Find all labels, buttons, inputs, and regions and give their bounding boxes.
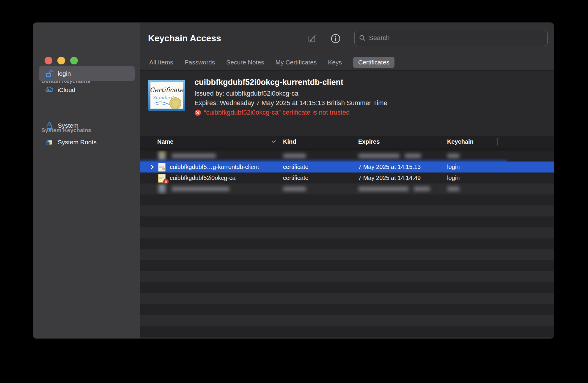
cell-expires: 7 May 2025 at 14:14:49 xyxy=(358,172,421,183)
certificate-detail-pane: Certificate Standard cuibbfkgdubf52i0okc… xyxy=(140,70,554,136)
search-input[interactable] xyxy=(369,34,543,42)
redacted-text xyxy=(283,186,306,191)
not-trusted-icon xyxy=(194,109,201,116)
info-button[interactable] xyxy=(330,33,341,44)
cell-expires: 7 May 2025 at 14:15:13 xyxy=(358,162,421,172)
tab-my-certificates[interactable]: My Certificates xyxy=(275,59,317,66)
redacted-text xyxy=(405,153,421,158)
sidebar-item-label: login xyxy=(58,70,71,77)
svg-text:Certificate: Certificate xyxy=(150,86,184,94)
column-header-expires[interactable]: Expires xyxy=(358,136,380,148)
empty-row xyxy=(140,260,554,271)
category-tabs: All Items Passwords Secure Notes My Cert… xyxy=(140,54,554,70)
empty-row xyxy=(140,216,554,227)
column-header-kind[interactable]: Kind xyxy=(283,136,296,148)
trust-warning-text: “cuibbfkgdubf52i0okcg-ca” certificate is… xyxy=(204,109,350,116)
redacted-text xyxy=(358,153,400,158)
empty-row xyxy=(140,249,554,260)
empty-row xyxy=(140,293,554,304)
empty-row xyxy=(140,304,554,315)
redacted-text xyxy=(172,186,229,191)
table-row-kurrentdb-client[interactable]: cuibbfkgdubf5…g-kurrentdb-client certifi… xyxy=(140,162,554,172)
close-window-button[interactable] xyxy=(45,57,52,64)
redacted-text xyxy=(283,153,306,158)
empty-row xyxy=(140,337,554,338)
redacted-text xyxy=(414,186,430,191)
sidebar-item-system-roots[interactable]: System Roots xyxy=(39,134,135,150)
sidebar-item-login[interactable]: login xyxy=(39,66,135,81)
redacted-icon xyxy=(158,184,166,193)
certificate-icon xyxy=(158,163,166,172)
empty-row xyxy=(140,194,554,205)
sidebar-item-label: System Roots xyxy=(58,139,97,146)
tab-secure-notes[interactable]: Secure Notes xyxy=(226,59,264,66)
icloud-keychain-icon xyxy=(45,86,54,94)
redacted-text xyxy=(447,153,460,158)
empty-row xyxy=(140,282,554,293)
sidebar-item-system[interactable]: System xyxy=(39,118,135,133)
table-header-gap xyxy=(140,148,554,151)
tab-passwords[interactable]: Passwords xyxy=(185,59,215,66)
cell-kind: certificate xyxy=(283,172,309,183)
sort-chevron-down-icon xyxy=(271,140,276,143)
column-divider[interactable] xyxy=(443,138,443,145)
trust-warning: “cuibbfkgdubf52i0okcg-ca” certificate is… xyxy=(194,109,350,116)
certificate-artwork: Certificate Standard xyxy=(148,80,185,112)
redacted-text xyxy=(447,186,460,191)
certificate-list: cuibbfkgdubf5…g-kurrentdb-client certifi… xyxy=(140,151,554,338)
table-row-kurrentdb-ca[interactable]: cuibbfkgdubf52i0okcg-ca certificate 7 Ma… xyxy=(140,172,554,183)
empty-row xyxy=(140,227,554,238)
window-controls xyxy=(45,57,78,64)
redacted-text xyxy=(358,186,409,191)
tab-certificates[interactable]: Certificates xyxy=(353,57,394,68)
search-icon xyxy=(359,34,366,42)
lock-box-icon xyxy=(45,138,54,147)
certificate-name: cuibbfkgdubf52i0okcg-kurrentdb-client xyxy=(194,78,343,87)
column-header-name[interactable]: Name xyxy=(157,136,173,148)
empty-row xyxy=(140,315,554,326)
tab-keys[interactable]: Keys xyxy=(328,59,342,66)
table-row-redacted[interactable] xyxy=(140,183,554,194)
certificate-expiry: Expires: Wednesday 7 May 2025 at 14:15:1… xyxy=(194,99,387,107)
main-pane: Keychain Access xyxy=(140,23,554,338)
sidebar: Default Keychains login iCloud System Ke… xyxy=(33,23,140,338)
locked-padlock-icon xyxy=(45,121,54,130)
cell-keychain: login xyxy=(447,172,460,183)
cell-kind: certificate xyxy=(283,162,309,172)
column-header-keychain[interactable]: Keychain xyxy=(447,136,474,148)
sidebar-item-label: System xyxy=(58,122,78,129)
column-divider[interactable] xyxy=(278,138,278,145)
cell-name: cuibbfkgdubf5…g-kurrentdb-client xyxy=(170,162,259,172)
certificate-issuer: Issued by: cuibbfkgdubf52i0okcg-ca xyxy=(194,90,298,97)
disclosure-chevron-icon[interactable] xyxy=(150,164,154,170)
empty-row xyxy=(140,326,554,337)
sidebar-item-label: iCloud xyxy=(58,86,76,94)
table-header: Name Kind Expires Keychain xyxy=(140,136,554,148)
search-field[interactable] xyxy=(354,30,548,46)
new-item-button[interactable] xyxy=(307,33,317,44)
toolbar: Keychain Access xyxy=(140,23,554,54)
empty-row xyxy=(140,271,554,282)
unlocked-padlock-icon xyxy=(45,69,54,78)
zoom-window-button[interactable] xyxy=(70,57,78,64)
sidebar-item-icloud[interactable]: iCloud xyxy=(39,82,135,98)
column-divider[interactable] xyxy=(353,138,353,145)
column-divider[interactable] xyxy=(497,138,498,145)
empty-row xyxy=(140,238,554,249)
cell-name: cuibbfkgdubf52i0okcg-ca xyxy=(170,172,235,183)
minimize-window-button[interactable] xyxy=(57,57,65,64)
redacted-text xyxy=(172,153,216,158)
tab-all-items[interactable]: All Items xyxy=(149,59,173,66)
keychain-access-window: Default Keychains login iCloud System Ke… xyxy=(33,23,554,338)
svg-text:Standard: Standard xyxy=(152,95,174,100)
table-row-redacted[interactable] xyxy=(140,151,554,162)
page-title: Keychain Access xyxy=(148,23,221,54)
empty-row xyxy=(140,205,554,216)
cell-keychain: login xyxy=(447,162,460,172)
column-divider xyxy=(146,138,146,145)
